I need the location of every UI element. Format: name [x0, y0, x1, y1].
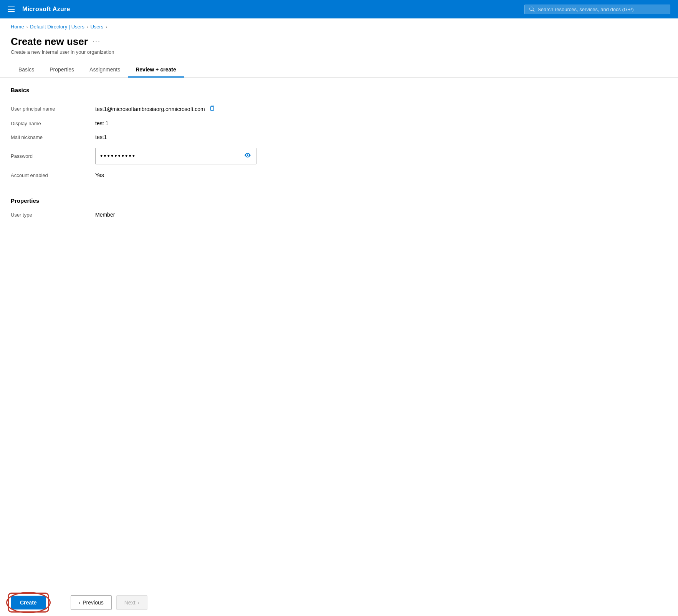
field-value-password: ••••••••••	[95, 144, 667, 168]
table-row: Password ••••••••••	[11, 144, 667, 168]
field-label-mailnickname: Mail nickname	[11, 130, 95, 144]
breadcrumb: Home › Default Directory | Users › Users…	[0, 18, 678, 32]
field-value-usertype: Member	[95, 208, 667, 222]
page-title: Create new user	[11, 36, 88, 48]
password-dots: ••••••••••	[100, 152, 244, 160]
breadcrumb-chevron-2: ›	[87, 25, 88, 29]
eye-icon[interactable]	[244, 151, 251, 161]
password-box: ••••••••••	[95, 148, 256, 164]
tabs-container: Basics Properties Assignments Review + c…	[0, 63, 678, 78]
field-label-upn: User principal name	[11, 101, 95, 116]
field-value-displayname: test 1	[95, 116, 667, 130]
breadcrumb-home[interactable]: Home	[11, 24, 24, 30]
tab-basics[interactable]: Basics	[11, 63, 42, 78]
table-row: Display name test 1	[11, 116, 667, 130]
search-input[interactable]	[537, 7, 665, 12]
search-bar[interactable]	[524, 5, 670, 14]
field-value-accountenabled: Yes	[95, 168, 667, 182]
copy-icon[interactable]	[210, 106, 216, 112]
tab-properties[interactable]: Properties	[42, 63, 82, 78]
field-label-accountenabled: Account enabled	[11, 168, 95, 182]
table-row: User principal name test1@microsoftambro…	[11, 101, 667, 116]
search-icon	[529, 7, 534, 12]
page-menu-button[interactable]: ···	[93, 38, 101, 46]
tab-review-create[interactable]: Review + create	[128, 63, 184, 78]
table-row: User type Member	[11, 208, 667, 222]
upn-value: test1@microsoftambrosiaorg.onmicrosoft.c…	[95, 106, 205, 112]
app-title: Microsoft Azure	[22, 6, 70, 13]
basics-fields-table: User principal name test1@microsoftambro…	[11, 101, 667, 182]
basics-section-title: Basics	[11, 87, 667, 93]
properties-fields-table: User type Member	[11, 208, 667, 222]
field-label-password: Password	[11, 144, 95, 168]
table-row: Mail nickname test1	[11, 130, 667, 144]
hamburger-button[interactable]	[8, 7, 15, 12]
breadcrumb-directory[interactable]: Default Directory | Users	[30, 24, 84, 30]
field-value-mailnickname: test1	[95, 130, 667, 144]
properties-section-title: Properties	[11, 194, 667, 204]
content-area: Basics User principal name test1@microso…	[0, 87, 678, 222]
breadcrumb-users[interactable]: Users	[90, 24, 103, 30]
tab-assignments[interactable]: Assignments	[82, 63, 128, 78]
field-value-upn: test1@microsoftambrosiaorg.onmicrosoft.c…	[95, 101, 667, 116]
breadcrumb-chevron-3: ›	[106, 25, 107, 29]
header: Microsoft Azure	[0, 0, 678, 18]
field-label-usertype: User type	[11, 208, 95, 222]
field-label-displayname: Display name	[11, 116, 95, 130]
page-header: Create new user ··· Create a new interna…	[0, 32, 678, 63]
table-row: Account enabled Yes	[11, 168, 667, 182]
breadcrumb-chevron-1: ›	[26, 25, 28, 29]
page-subtitle: Create a new internal user in your organ…	[11, 49, 667, 55]
